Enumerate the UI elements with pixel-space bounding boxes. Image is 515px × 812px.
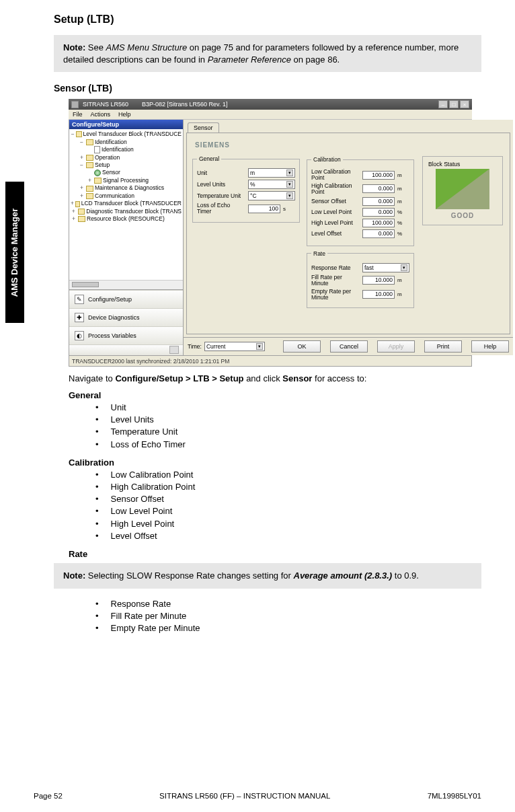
wrench-icon: ✎: [75, 295, 84, 304]
sensor-offset-label: Sensor Offset: [311, 198, 360, 205]
fill-rate-label: Fill Rate per Minute: [311, 274, 360, 287]
tab-sensor[interactable]: Sensor: [188, 122, 219, 133]
sensor-offset-input[interactable]: 0.000: [362, 197, 395, 206]
tree-header: Configure/Setup: [69, 120, 183, 129]
siemens-brand: SIEMENS: [195, 141, 300, 149]
nav-item: Sensor: [282, 373, 312, 383]
minimize-button[interactable]: –: [438, 100, 448, 108]
high-level-input[interactable]: 100.000: [362, 219, 395, 227]
tree-r6[interactable]: LCD Transducer Block (TRANSDUCER: [81, 200, 182, 207]
low-level-label: Low Level Point: [311, 209, 360, 215]
tree[interactable]: −Level Transducer Block (TRANSDUCE −Iden…: [69, 129, 183, 225]
cat-calibration: Calibration: [69, 457, 481, 468]
fill-rate-input[interactable]: 10.000: [362, 276, 395, 285]
nav-path: Configure/Setup > LTB > Setup: [115, 373, 243, 383]
ok-button[interactable]: OK: [283, 340, 321, 353]
close-button[interactable]: ×: [460, 100, 469, 108]
tree-r7[interactable]: Diagnostic Transducer Block (TRANS: [86, 208, 182, 215]
print-button[interactable]: Print: [424, 340, 462, 353]
list-item: Sensor Offset: [95, 493, 481, 505]
empty-rate-label: Empty Rate per Minute: [311, 289, 360, 301]
loss-echo-unit: s: [283, 206, 286, 212]
group-general: General Unitm▾ Level Units%▾ Temperature…: [192, 155, 300, 223]
footer-left: Page 52: [34, 792, 63, 800]
note1-label: Note:: [63, 42, 85, 52]
folder-icon: [94, 178, 102, 184]
navigate-line: Navigate to Configure/Setup > LTB > Setu…: [69, 373, 481, 383]
list-item: Low Calibration Point: [95, 469, 481, 481]
list-item: Level Offset: [95, 530, 481, 542]
maximize-button[interactable]: □: [449, 100, 459, 108]
nav-process-variables[interactable]: ◐Process Variables: [69, 326, 183, 344]
tree-r4[interactable]: Maintenance & Diagnostics: [95, 184, 164, 192]
folder-icon: [75, 201, 80, 207]
left-pane: Configure/Setup −Level Transducer Block …: [69, 120, 184, 355]
tree-r5[interactable]: Communication: [95, 192, 134, 200]
button-row: Time: Current▾ OK Cancel Apply Print Hel…: [184, 337, 513, 355]
cancel-button[interactable]: Cancel: [330, 340, 368, 353]
nav-t2: and click: [244, 373, 283, 383]
nav-strip: [69, 344, 183, 355]
block-status-value: GOOD: [428, 212, 497, 219]
tree-r2[interactable]: Operation: [95, 154, 120, 161]
diagnostics-icon: ✚: [75, 313, 84, 322]
tree-hscrollbar[interactable]: [69, 280, 183, 289]
loss-echo-input[interactable]: 100: [248, 205, 280, 213]
menu-help[interactable]: Help: [118, 111, 131, 118]
heading-setup: Setup (LTB): [54, 13, 481, 26]
note1-link2: Parameter Reference: [208, 54, 291, 65]
legend-general: General: [197, 155, 221, 162]
side-tab-label: AMS Device Manager: [10, 208, 20, 297]
tree-r1[interactable]: Identification: [95, 139, 127, 146]
tree-r3[interactable]: Setup: [95, 161, 110, 169]
time-select[interactable]: Current▾: [204, 342, 265, 351]
empty-rate-input[interactable]: 10.000: [362, 290, 395, 299]
response-rate-select[interactable]: fast▾: [362, 263, 409, 272]
temp-unit-select[interactable]: °C▾: [248, 191, 295, 200]
nav-device-diagnostics[interactable]: ✚Device Diagnostics: [69, 308, 183, 326]
chevron-down-icon: ▾: [256, 343, 263, 350]
low-cal-input[interactable]: 100.000: [362, 171, 395, 180]
tree-r0[interactable]: Level Transducer Block (TRANSDUCE: [83, 131, 182, 138]
legend-rate: Rate: [311, 250, 327, 257]
ams-screenshot: SITRANS LR560 B3P-082 [Sitrans LR560 Rev…: [69, 99, 472, 367]
footer-center: SITRANS LR560 (FF) – INSTRUCTION MANUAL: [159, 792, 330, 800]
group-calibration: Calibration Low Calibration Point100.000…: [307, 156, 414, 246]
apply-button[interactable]: Apply: [377, 340, 415, 353]
list-item: Empty Rate per Minute: [95, 622, 481, 634]
nav-configure-setup[interactable]: ✎Configure/Setup: [69, 290, 183, 308]
legend-calibration: Calibration: [311, 156, 343, 163]
level-units-label: Level Units: [197, 181, 245, 188]
high-cal-input[interactable]: 0.000: [362, 184, 395, 193]
list-general: Unit Level Units Temperature Unit Loss o…: [95, 402, 481, 451]
status-bar: TRANSDUCER2000 last synchronized: 2/18/2…: [69, 356, 472, 367]
note2-t2: to 0.9.: [392, 570, 419, 581]
folder-icon: [86, 162, 93, 168]
tree-r3b[interactable]: Signal Processing: [103, 177, 149, 184]
folder-icon: [78, 216, 85, 222]
group-rate: Rate Response Ratefast▾ Fill Rate per Mi…: [307, 250, 414, 309]
help-button[interactable]: Help: [471, 340, 509, 353]
level-units-select[interactable]: %▾: [248, 180, 295, 189]
level-offset-input[interactable]: 0.000: [362, 229, 395, 238]
list-item: Low Level Point: [95, 505, 481, 517]
response-rate-label: Response Rate: [311, 264, 360, 271]
tree-r8[interactable]: Resource Block (RESOURCE): [87, 215, 165, 223]
window-titlebar: SITRANS LR560 B3P-082 [Sitrans LR560 Rev…: [69, 99, 472, 110]
tree-r3a[interactable]: Sensor: [102, 169, 120, 176]
nav-t3: for access to:: [312, 373, 366, 383]
block-status-label: Block Status: [428, 161, 497, 168]
unit-select[interactable]: m▾: [248, 168, 295, 178]
list-item: High Calibration Point: [95, 481, 481, 493]
tree-r1a[interactable]: Identification: [102, 146, 134, 153]
high-level-label: High Level Point: [311, 219, 360, 226]
menu-file[interactable]: File: [73, 111, 83, 118]
note-box-1: Note: See AMS Menu Structure on page 75 …: [54, 35, 481, 72]
note-box-2: Note: Selecting SLOW Response Rate chang…: [54, 563, 481, 589]
menu-actions[interactable]: Actions: [91, 111, 111, 118]
nav-overflow-button[interactable]: [169, 346, 179, 354]
list-item: Fill Rate per Minute: [95, 610, 481, 622]
loss-echo-label: Loss of Echo Timer: [197, 202, 245, 215]
page-footer: Page 52 SITRANS LR560 (FF) – INSTRUCTION…: [34, 792, 481, 800]
low-level-input[interactable]: 0.000: [362, 208, 395, 217]
